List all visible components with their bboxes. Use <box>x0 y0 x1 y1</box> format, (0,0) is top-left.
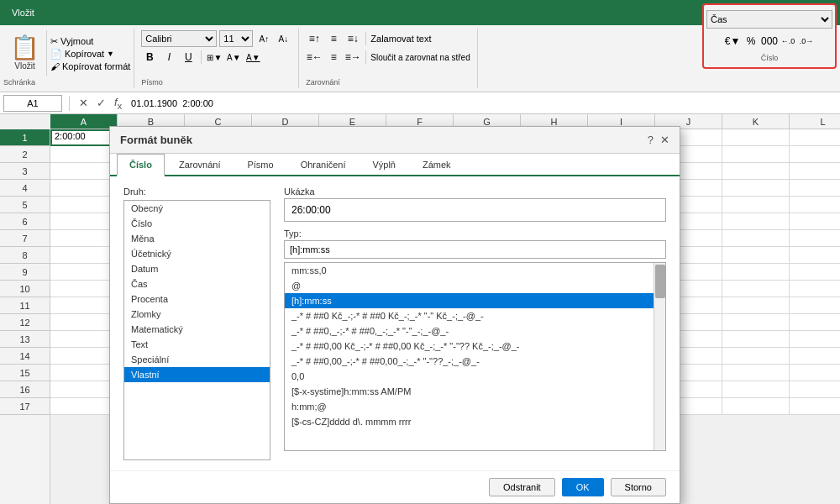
cell-2-1[interactable] <box>50 146 118 163</box>
typ-input[interactable] <box>284 240 666 259</box>
cell-14-1[interactable] <box>50 348 118 365</box>
col-header-K[interactable]: K <box>722 114 790 129</box>
row-header-16[interactable]: 16 <box>0 381 50 398</box>
format-item[interactable]: _-* # ##0,00_-;-* # ##0,00_-;_-* "-"??_-… <box>285 354 665 369</box>
druh-item-čas[interactable]: Čas <box>124 276 270 291</box>
cell-7-12[interactable] <box>790 230 840 247</box>
align-left-btn[interactable]: ≡← <box>306 49 323 66</box>
cell-7-11[interactable] <box>722 230 790 247</box>
cell-15-11[interactable] <box>722 365 790 381</box>
dialog-tab-ohraničení[interactable]: Ohraničení <box>288 154 359 175</box>
dialog-tab-číslo[interactable]: Číslo <box>117 154 165 176</box>
cell-3-11[interactable] <box>722 163 790 180</box>
row-header-13[interactable]: 13 <box>0 331 50 348</box>
cell-4-1[interactable] <box>50 180 118 197</box>
row-header-11[interactable]: 11 <box>0 297 50 314</box>
align-bottom-btn[interactable]: ≡↓ <box>344 30 361 47</box>
cell-3-12[interactable] <box>790 163 840 180</box>
cell-9-12[interactable] <box>790 264 840 281</box>
cell-13-11[interactable] <box>722 331 790 348</box>
percent-btn[interactable]: % <box>743 33 759 50</box>
decrease-font-btn[interactable]: A↓ <box>275 30 291 47</box>
cell-12-12[interactable] <box>790 314 840 331</box>
cell-13-12[interactable] <box>790 331 840 348</box>
paste-button[interactable]: 📋 Vložit <box>3 30 47 76</box>
cell-1-12[interactable] <box>790 129 840 146</box>
cell-3-1[interactable] <box>50 163 118 180</box>
cell-15-12[interactable] <box>790 365 840 381</box>
bold-btn[interactable]: B <box>141 49 158 66</box>
row-header-5[interactable]: 5 <box>0 197 50 213</box>
cut-button[interactable]: ✂ Vyjmout <box>50 36 130 47</box>
cell-10-11[interactable] <box>722 281 790 297</box>
italic-btn[interactable]: I <box>160 49 177 66</box>
cell-11-1[interactable] <box>50 297 118 314</box>
cell-2-11[interactable] <box>722 146 790 163</box>
cell-8-11[interactable] <box>722 247 790 264</box>
row-header-4[interactable]: 4 <box>0 180 50 197</box>
fill-color-btn[interactable]: A▼ <box>225 49 242 66</box>
druh-item-obecný[interactable]: Obecný <box>124 201 270 216</box>
confirm-formula-btn[interactable]: ✓ <box>94 97 108 109</box>
cell-5-11[interactable] <box>722 197 790 213</box>
cell-9-1[interactable] <box>50 264 118 281</box>
row-header-7[interactable]: 7 <box>0 230 50 247</box>
row-header-10[interactable]: 10 <box>0 281 50 297</box>
row-header-12[interactable]: 12 <box>0 314 50 331</box>
copy-button[interactable]: 📄 Kopírovat ▼ <box>50 49 130 60</box>
cell-17-1[interactable] <box>50 398 118 415</box>
font-name-select[interactable]: Calibri <box>141 30 217 47</box>
ribbon-tab-vložit[interactable]: Vložit <box>7 6 39 19</box>
cell-2-12[interactable] <box>790 146 840 163</box>
cell-6-1[interactable] <box>50 213 118 230</box>
cell-12-11[interactable] <box>722 314 790 331</box>
format-item[interactable]: [$-cs-CZ]dddd d\. mmmm rrrr <box>285 414 665 429</box>
font-size-select[interactable]: 11 <box>219 30 253 47</box>
row-header-3[interactable]: 3 <box>0 163 50 180</box>
druh-item-text[interactable]: Text <box>124 337 270 352</box>
cell-1-11[interactable] <box>722 129 790 146</box>
cell-5-12[interactable] <box>790 197 840 213</box>
druh-item-speciální[interactable]: Speciální <box>124 352 270 367</box>
cell-10-1[interactable] <box>50 281 118 297</box>
cell-5-1[interactable] <box>50 197 118 213</box>
cell-ref-input[interactable] <box>3 95 62 112</box>
cell-14-11[interactable] <box>722 348 790 365</box>
align-middle-btn[interactable]: ≡ <box>325 30 342 47</box>
number-format-select[interactable]: Čas <box>706 10 832 29</box>
cell-16-1[interactable] <box>50 381 118 398</box>
increase-font-btn[interactable]: A↑ <box>255 30 272 47</box>
underline-btn[interactable]: U <box>180 49 197 66</box>
cell-11-11[interactable] <box>722 297 790 314</box>
cell-11-12[interactable] <box>790 297 840 314</box>
format-item[interactable]: @ <box>285 278 665 293</box>
currency-btn[interactable]: €▼ <box>724 33 741 50</box>
cell-1-1[interactable]: 2:00:00 <box>50 129 118 146</box>
cell-14-12[interactable] <box>790 348 840 365</box>
row-header-8[interactable]: 8 <box>0 247 50 264</box>
align-center-btn[interactable]: ≡ <box>325 49 342 66</box>
cell-6-11[interactable] <box>722 213 790 230</box>
cell-13-1[interactable] <box>50 331 118 348</box>
druh-item-vlastní[interactable]: Vlastní <box>124 367 270 382</box>
cell-10-12[interactable] <box>790 281 840 297</box>
col-header-L[interactable]: L <box>790 114 840 129</box>
format-item[interactable]: [h]:mm:ss <box>285 293 665 308</box>
ok-button[interactable]: OK <box>562 478 604 496</box>
help-icon[interactable]: ? <box>648 134 654 146</box>
font-color-btn[interactable]: A▼ <box>244 49 261 66</box>
cell-17-11[interactable] <box>722 398 790 415</box>
cell-8-12[interactable] <box>790 247 840 264</box>
decrease-decimal-btn[interactable]: ←.0 <box>780 33 796 50</box>
cell-4-11[interactable] <box>722 180 790 197</box>
cell-16-12[interactable] <box>790 381 840 398</box>
cell-15-1[interactable] <box>50 365 118 381</box>
cell-9-11[interactable] <box>722 264 790 281</box>
row-header-9[interactable]: 9 <box>0 264 50 281</box>
cell-16-11[interactable] <box>722 381 790 398</box>
dialog-tab-výplň[interactable]: Výplň <box>360 154 408 175</box>
dialog-tab-zámek[interactable]: Zámek <box>410 154 464 175</box>
col-header-A[interactable]: A <box>50 114 118 129</box>
row-header-14[interactable]: 14 <box>0 348 50 365</box>
format-item[interactable]: [$-x-systime]h:mm:ss AM/PM <box>285 384 665 399</box>
